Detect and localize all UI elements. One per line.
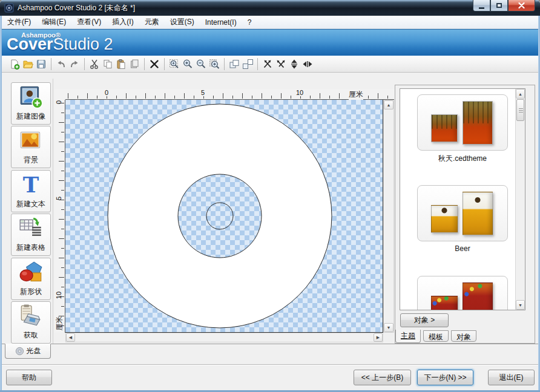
- menu-bar: 文件(F) 编辑(E) 查看(V) 插入(I) 元素 设置(S) Interne…: [2, 16, 538, 29]
- window-title: Ashampoo Cover Studio 2 [未命名 *]: [18, 3, 135, 13]
- delete-button[interactable]: [148, 57, 161, 71]
- canvas-vertical-scrollbar[interactable]: ▲ ▼: [383, 100, 394, 333]
- separator: [2, 365, 538, 365]
- undo-button[interactable]: [54, 57, 68, 71]
- mirror-vertical-icon: [275, 59, 286, 70]
- menu-settings[interactable]: 设置(S): [165, 15, 200, 29]
- exit-button[interactable]: 退出(E): [488, 370, 535, 385]
- acquire-icon: [18, 304, 44, 329]
- v-ruler-label: 10: [55, 289, 62, 302]
- logo-banner: Ashampoo® CoverStudio 2: [2, 29, 538, 56]
- title-bar: Ashampoo Cover Studio 2 [未命名 *]: [0, 0, 540, 16]
- zoom-in-button[interactable]: [181, 57, 194, 71]
- template-item-beer[interactable]: Beer: [400, 185, 525, 270]
- cut-button[interactable]: [88, 57, 101, 71]
- back-button[interactable]: << 上一步(B): [354, 370, 411, 385]
- template-thumbnail[interactable]: [417, 94, 508, 151]
- menu-internet[interactable]: Internet(I): [200, 16, 242, 28]
- next-button[interactable]: 下一步(N) >>: [417, 370, 473, 385]
- minimize-icon: [479, 7, 484, 9]
- tab-disc-page[interactable]: 光盘: [5, 344, 51, 359]
- scroll-left-arrow[interactable]: ◀: [66, 333, 75, 342]
- template-case-back: [463, 192, 493, 235]
- distribute-vertical-button[interactable]: [288, 57, 301, 71]
- sidebar-button-background[interactable]: 背景: [11, 126, 51, 168]
- toolbar: [2, 56, 538, 73]
- disc-tab-label: 光盘: [27, 346, 41, 356]
- sidebar-button-new-text[interactable]: T 新建文本: [11, 170, 51, 212]
- open-folder-button[interactable]: [21, 57, 35, 71]
- mirror-horizontal-button[interactable]: [261, 57, 274, 71]
- scroll-down-arrow[interactable]: ▼: [516, 300, 525, 310]
- scroll-right-arrow[interactable]: ▶: [374, 333, 383, 342]
- toolbar-separator: [224, 58, 225, 70]
- disc-center-hole: [206, 203, 233, 229]
- new-document-button[interactable]: [8, 57, 21, 71]
- zoom-fit-button[interactable]: [208, 57, 221, 71]
- template-name: 秋天.cedtheme: [400, 154, 525, 164]
- app-icon: [4, 3, 14, 13]
- new-image-icon: [18, 85, 44, 110]
- minimize-button[interactable]: [473, 0, 490, 11]
- save-button[interactable]: [35, 57, 48, 71]
- sidebar-button-new-shape[interactable]: 新形状: [11, 258, 51, 300]
- sidebar-button-acquire[interactable]: 获取: [11, 301, 51, 344]
- template-item-autumn[interactable]: 秋天.cedtheme: [400, 94, 525, 180]
- sidebar-label: 背景: [24, 155, 38, 165]
- template-thumbnail[interactable]: [417, 276, 508, 310]
- scroll-up-arrow[interactable]: ▲: [516, 89, 525, 99]
- menu-edit[interactable]: 编辑(E): [36, 15, 71, 29]
- scroll-down-arrow[interactable]: ▼: [384, 323, 393, 332]
- product-bold: Cover: [7, 35, 53, 53]
- redo-button[interactable]: [68, 57, 81, 71]
- svg-text:T: T: [23, 172, 39, 197]
- toolbar-separator: [164, 58, 165, 70]
- template-scrollbar[interactable]: ▲ ▼: [515, 89, 525, 310]
- v-ruler-label: 5: [55, 192, 62, 205]
- menu-help[interactable]: ?: [242, 16, 257, 28]
- group-button[interactable]: [228, 57, 241, 71]
- tab-template[interactable]: 模板: [423, 330, 449, 342]
- bottom-tab-strip-line: [2, 344, 538, 344]
- scroll-up-arrow[interactable]: ▲: [384, 100, 393, 109]
- menu-insert[interactable]: 插入(I): [107, 15, 139, 29]
- copy-icon: [102, 59, 113, 70]
- sidebar-button-new-table[interactable]: 新建表格: [11, 214, 51, 256]
- maximize-button[interactable]: [490, 0, 508, 11]
- template-case-back: [463, 101, 493, 145]
- disc-body[interactable]: [108, 104, 332, 328]
- menu-view[interactable]: 查看(V): [71, 15, 107, 29]
- copy-button[interactable]: [101, 57, 114, 71]
- ungroup-button[interactable]: [241, 57, 254, 71]
- template-thumbnail[interactable]: [417, 185, 508, 241]
- paste-button[interactable]: [114, 57, 128, 71]
- toolbar-separator: [144, 58, 145, 70]
- sidebar-button-new-image[interactable]: 新建图像: [11, 82, 51, 125]
- tab-theme[interactable]: 主题: [395, 330, 421, 343]
- scrollbar-thumb[interactable]: [516, 99, 524, 121]
- undo-icon: [56, 59, 67, 70]
- menu-element[interactable]: 元素: [139, 15, 165, 29]
- template-item-party[interactable]: [400, 276, 525, 310]
- mirror-vertical-button[interactable]: [274, 57, 288, 71]
- menu-file[interactable]: 文件(F): [2, 15, 36, 29]
- template-name: Beer: [400, 244, 525, 253]
- help-button[interactable]: 帮助: [6, 370, 52, 385]
- distribute-horizontal-button[interactable]: [301, 57, 314, 71]
- save-icon: [36, 59, 47, 70]
- zoom-selection-button[interactable]: [168, 57, 181, 71]
- maximize-icon: [496, 3, 502, 8]
- tab-object[interactable]: 对象: [451, 330, 476, 342]
- zoom-out-button[interactable]: [194, 57, 208, 71]
- canvas-horizontal-scrollbar[interactable]: ◀ ▶: [65, 333, 383, 342]
- disc-outline[interactable]: [65, 100, 383, 333]
- product-rest: Studio 2: [53, 35, 113, 53]
- toolbar-separator: [257, 58, 258, 70]
- close-icon: [518, 2, 525, 8]
- object-button[interactable]: 对象 >: [400, 313, 449, 327]
- design-canvas[interactable]: [65, 100, 383, 333]
- duplicate-button[interactable]: [128, 57, 141, 71]
- open-folder-icon: [22, 59, 33, 70]
- duplicate-icon: [129, 59, 140, 70]
- close-button[interactable]: [508, 0, 535, 11]
